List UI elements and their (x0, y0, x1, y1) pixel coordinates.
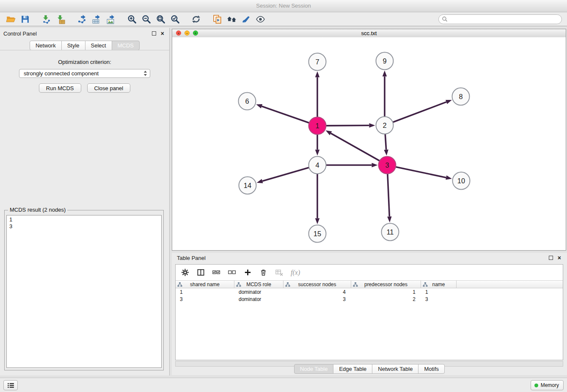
graph-edge-arrow (369, 123, 375, 127)
tab-style[interactable]: Style (61, 41, 85, 50)
graph-node-label: 8 (459, 93, 462, 100)
graph-edge-arrow (384, 149, 388, 155)
tab-edge-table[interactable]: Edge Table (333, 364, 372, 374)
mcds-result-line: 3 (9, 223, 159, 230)
tab-node-table[interactable]: Node Table (294, 364, 334, 374)
close-window-icon[interactable]: × (176, 30, 181, 36)
graph-edge-3-10[interactable] (396, 167, 446, 177)
column-header-successor-nodes[interactable]: successor nodes (284, 281, 351, 288)
criterion-dropdown[interactable]: strongly connected component (19, 69, 150, 78)
graph-node-label: 7 (315, 58, 319, 66)
graph-edge-1-6[interactable] (261, 106, 309, 123)
refresh-icon[interactable] (189, 13, 203, 25)
mcds-result-group: MCDS result (2 nodes) 13 (4, 210, 164, 370)
duplicate-network-icon[interactable] (210, 13, 224, 25)
open-session-icon[interactable] (3, 13, 18, 25)
float-table-panel-icon[interactable] (549, 256, 553, 260)
table-toolbar: f(x) (176, 265, 563, 280)
run-mcds-button[interactable]: Run MCDS (39, 83, 81, 93)
memory-status-icon (534, 384, 538, 387)
graph-edge-arrow (315, 72, 320, 77)
column-header-filler (457, 281, 563, 288)
style-brush-icon[interactable] (239, 13, 253, 25)
graph-edge-arrow (315, 150, 320, 156)
table-cell: 1 (351, 289, 421, 295)
memory-button-label: Memory (541, 382, 559, 388)
graph-edge-arrow (383, 71, 387, 77)
network-window-title: scc.txt (361, 30, 377, 36)
graph-edge-2-3[interactable] (385, 134, 386, 149)
zoom-fit-icon[interactable] (153, 13, 168, 25)
mcds-result-list[interactable]: 13 (6, 215, 162, 368)
graph-edge-4-14[interactable] (262, 168, 309, 181)
gear-icon[interactable] (181, 268, 189, 276)
tab-network-table[interactable]: Network Table (372, 364, 418, 374)
control-panel-header: Control Panel × (0, 28, 169, 39)
status-bar: Memory (0, 378, 567, 392)
export-network-icon[interactable] (74, 13, 89, 25)
eye-icon[interactable] (253, 13, 267, 25)
task-history-button[interactable] (3, 380, 18, 390)
control-panel-tabs: Network Style Select MCDS (0, 41, 169, 50)
memory-button[interactable]: Memory (531, 380, 564, 390)
graph-edge-1-2[interactable] (326, 125, 369, 126)
graph-edge-arrow (446, 175, 452, 179)
close-panel-button[interactable]: Close panel (87, 83, 131, 93)
search-input[interactable] (438, 14, 562, 24)
table-cell: dominator (234, 289, 284, 295)
table-cell: 3 (421, 296, 457, 302)
column-header-predecessor-nodes[interactable]: predecessor nodes (351, 281, 421, 288)
graph-node-label: 9 (383, 57, 386, 65)
close-table-panel-icon[interactable]: × (558, 254, 561, 261)
column-header-shared-name[interactable]: shared name (176, 281, 234, 288)
table-cell: 3 (284, 296, 351, 302)
table-body: 1dominator4113dominator323 (176, 288, 563, 303)
graph-node-label: 11 (386, 228, 394, 236)
save-session-icon[interactable] (18, 13, 32, 25)
mcds-tab-content: Optimization criterion: strongly connect… (0, 50, 169, 375)
graph-edge-3-1[interactable] (331, 133, 380, 161)
create-column-icon[interactable] (244, 268, 252, 276)
table-cell: 4 (284, 289, 351, 295)
zoom-window-icon[interactable]: + (193, 30, 198, 36)
graph-node-label: 4 (315, 161, 319, 169)
close-panel-icon[interactable]: × (161, 30, 164, 36)
zoom-selected-icon[interactable] (168, 13, 182, 25)
import-table-icon[interactable] (53, 13, 68, 25)
table-row[interactable]: 1dominator411 (176, 288, 563, 295)
network-canvas[interactable]: 7968124314101511 (172, 37, 566, 250)
export-image-icon[interactable] (103, 13, 118, 25)
tab-motifs[interactable]: Motifs (418, 364, 445, 374)
network-window-titlebar[interactable]: × − + scc.txt (172, 29, 566, 38)
deselect-all-columns-icon[interactable] (228, 268, 236, 276)
search-box[interactable] (438, 14, 562, 24)
tab-mcds[interactable]: MCDS (112, 41, 140, 50)
window-title: Session: New Session (256, 3, 311, 9)
delete-table-icon (275, 268, 283, 276)
table-tabs: Node Table Edge Table Network Table Moti… (172, 364, 567, 374)
graph-node-label: 1 (315, 122, 319, 130)
column-header-MCDS-role[interactable]: MCDS role (234, 281, 284, 288)
float-panel-icon[interactable] (152, 31, 156, 36)
select-all-columns-icon[interactable] (212, 268, 220, 276)
network-graph[interactable]: 7968124314101511 (172, 37, 566, 250)
window-titlebar[interactable]: Session: New Session (0, 0, 567, 12)
zoom-out-icon[interactable] (139, 13, 153, 25)
export-table-icon[interactable] (89, 13, 103, 25)
table-cell: dominator (234, 296, 284, 302)
delete-column-icon[interactable] (259, 268, 267, 276)
function-builder-icon: f(x) (291, 269, 300, 276)
graph-edge-3-11[interactable] (388, 174, 389, 216)
import-network-icon[interactable] (39, 13, 53, 25)
graph-edge-2-8[interactable] (393, 102, 446, 122)
minimize-window-icon[interactable]: − (184, 30, 190, 36)
home-icon[interactable] (224, 13, 239, 25)
column-header-name[interactable]: name (421, 281, 457, 288)
show-columns-icon[interactable] (197, 268, 205, 276)
tab-select[interactable]: Select (85, 41, 112, 50)
tab-network[interactable]: Network (30, 41, 62, 50)
graph-node-label: 6 (245, 97, 249, 105)
control-panel: Control Panel × Network Style Select MCD… (0, 28, 170, 375)
zoom-in-icon[interactable] (124, 13, 139, 25)
table-row[interactable]: 3dominator323 (176, 295, 563, 303)
